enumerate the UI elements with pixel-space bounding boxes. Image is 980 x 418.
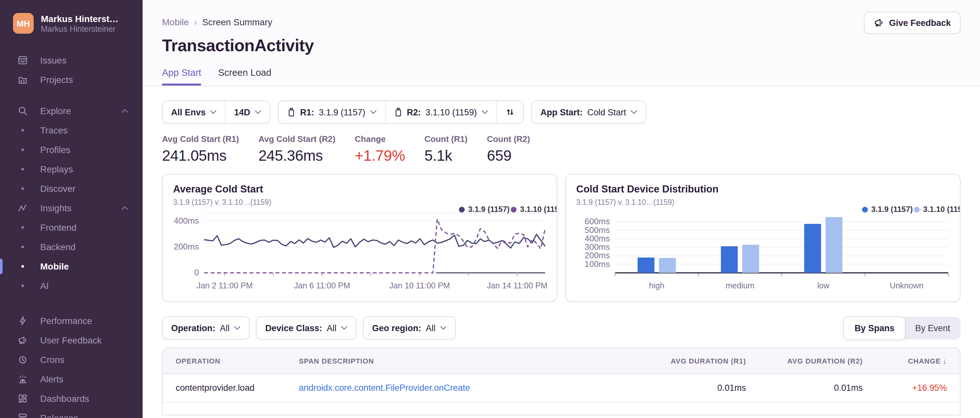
svg-text:medium: medium <box>725 281 754 290</box>
release-icon <box>394 108 402 117</box>
stats-row: Avg Cold Start (R1) 241.05ms Avg Cold St… <box>162 134 961 165</box>
by-event-toggle[interactable]: By Event <box>905 316 961 339</box>
chevron-up-icon[interactable] <box>121 108 128 113</box>
chart-title: Cold Start Device Distribution <box>576 183 950 195</box>
bullet-icon <box>17 261 28 272</box>
device-class-filter[interactable]: Device Class: All <box>257 317 356 339</box>
sidebar-item-backend[interactable]: Backend <box>0 237 143 257</box>
environment-filter[interactable]: All Envs <box>163 101 225 123</box>
table-filter-bar: Operation: All Device Class: All Geo reg… <box>162 316 961 340</box>
date-range-label: 14D <box>234 107 250 117</box>
view-toggle: By Spans By Event <box>844 316 961 339</box>
sidebar-item-profiles[interactable]: Profiles <box>0 140 143 159</box>
legend-item[interactable]: 3.1.9 (1157) <box>459 205 509 214</box>
geo-region-filter[interactable]: Geo region: All <box>364 317 455 339</box>
sidebar-item-mobile[interactable]: Mobile <box>0 257 143 276</box>
bar-legend: 3.1.9 (1157)3.1.10 (1159) <box>862 205 961 214</box>
org-switcher[interactable]: MH Markus Hinterst… Markus Hintersteiner <box>0 13 143 34</box>
sidebar-item-issues[interactable]: Issues <box>0 51 143 70</box>
svg-text:low: low <box>817 281 830 290</box>
chevron-down-icon <box>255 110 261 114</box>
stat-count-r2: Count (R2) 659 <box>487 134 530 165</box>
bullet-icon <box>17 144 28 155</box>
sidebar-item-explore[interactable]: Explore <box>0 101 143 121</box>
megaphone-icon <box>873 17 884 28</box>
by-spans-toggle[interactable]: By Spans <box>843 316 905 340</box>
legend-dot-icon <box>459 207 465 212</box>
sidebar: MH Markus Hinterst… Markus Hintersteiner… <box>0 0 143 418</box>
tabs: App Start Screen Load <box>162 67 961 86</box>
chevron-up-icon[interactable] <box>121 206 128 210</box>
release1-prefix: R1: <box>300 107 314 117</box>
date-range-filter[interactable]: 14D <box>225 101 270 123</box>
sidebar-item-label: Explore <box>40 106 71 116</box>
megaphone-icon <box>17 335 28 346</box>
releases-icon <box>17 413 28 418</box>
sidebar-item-projects[interactable]: Projects <box>0 70 143 89</box>
legend-item[interactable]: 3.1.10 (1159) <box>511 205 557 214</box>
swap-releases-button[interactable] <box>496 101 523 123</box>
operation-filter[interactable]: Operation: All <box>163 317 249 339</box>
bullet-icon <box>17 280 28 291</box>
sidebar-item-label: Replays <box>40 164 73 174</box>
main-content: Mobile › Screen Summary TransactionActiv… <box>143 0 980 418</box>
sidebar-item-dashboards[interactable]: Dashboards <box>0 389 143 408</box>
sidebar-item-label: Dashboards <box>40 393 89 404</box>
sidebar-item-label: Alerts <box>40 374 64 384</box>
device-class-filter-group: Device Class: All <box>256 316 357 340</box>
cell-avg-r1: 0.01ms <box>649 383 759 393</box>
sidebar-item-frontend[interactable]: Frontend <box>0 218 143 237</box>
chevron-down-icon <box>481 110 488 114</box>
sidebar-item-traces[interactable]: Traces <box>0 121 143 140</box>
lightning-icon <box>17 315 28 326</box>
sidebar-item-discover[interactable]: Discover <box>0 179 143 198</box>
bullet-icon <box>17 164 28 175</box>
tab-screen-load[interactable]: Screen Load <box>218 67 271 86</box>
breadcrumb-mobile[interactable]: Mobile <box>162 17 189 27</box>
device-distribution-chart: 600ms500ms400ms300ms200ms100mshighmedium… <box>576 208 951 292</box>
sidebar-item-label: Backend <box>40 242 75 252</box>
table-row: contentprovider.load androidx.core.conte… <box>163 374 960 402</box>
legend-item[interactable]: 3.1.10 (1159) <box>914 205 961 214</box>
sidebar-item-insights[interactable]: Insights <box>0 198 143 218</box>
sidebar-item-performance[interactable]: Performance <box>0 311 143 331</box>
sidebar-item-crons[interactable]: Crons <box>0 350 143 369</box>
sidebar-item-label: Traces <box>40 125 68 135</box>
screen-summary-page: MH Markus Hinterst… Markus Hintersteiner… <box>0 0 980 418</box>
col-avg-duration-r1: AVG DURATION (R1) <box>649 357 759 364</box>
line-legend: 3.1.9 (1157)3.1.10 (1159) <box>459 205 557 214</box>
sidebar-item-alerts[interactable]: Alerts <box>0 369 143 389</box>
charts-row: Average Cold Start 3.1.9 (1157) v. 3.1.1… <box>162 174 961 302</box>
sidebar-item-label: Releases <box>40 413 78 418</box>
give-feedback-button[interactable]: Give Feedback <box>864 12 961 34</box>
release1-selector[interactable]: R1: 3.1.9 (1157) <box>279 101 385 123</box>
svg-text:100ms: 100ms <box>585 259 610 269</box>
sidebar-item-user-feedback[interactable]: User Feedback <box>0 331 143 350</box>
sort-desc-icon: ↓ <box>943 356 947 365</box>
page-header: Mobile › Screen Summary TransactionActiv… <box>143 0 980 86</box>
legend-item[interactable]: 3.1.9 (1157) <box>862 205 913 214</box>
app-start-type-filter[interactable]: App Start: Cold Start <box>532 101 646 123</box>
release2-selector[interactable]: R2: 3.1.10 (1159) <box>385 101 496 123</box>
bullet-icon <box>17 242 28 253</box>
sidebar-item-replays[interactable]: Replays <box>0 159 143 179</box>
sidebar-item-label: Projects <box>40 75 73 85</box>
tab-app-start[interactable]: App Start <box>162 67 201 86</box>
cell-avg-r2: 0.01ms <box>759 383 876 393</box>
issues-icon <box>17 55 28 66</box>
operation-filter-group: Operation: All <box>162 316 250 340</box>
chevron-down-icon <box>341 326 347 330</box>
breadcrumb: Mobile › Screen Summary <box>162 17 961 27</box>
svg-text:0: 0 <box>194 268 199 277</box>
col-operation: OPERATION <box>163 357 286 364</box>
swap-arrows-icon <box>505 108 514 117</box>
chevron-down-icon <box>370 110 376 114</box>
sidebar-item-releases[interactable]: Releases <box>0 408 143 418</box>
col-change-sort[interactable]: CHANGE↓ <box>876 356 960 365</box>
cell-span-description-link[interactable]: androidx.core.content.FileProvider.onCre… <box>286 383 649 393</box>
avg-cold-start-chart: 400ms200ms0Jan 2 11:00 PMJan 6 11:00 PMJ… <box>173 208 548 292</box>
sidebar-item-ai[interactable]: AI <box>0 276 143 296</box>
cell-operation: contentprovider.load <box>163 383 286 393</box>
projects-icon <box>17 74 28 85</box>
search-icon <box>17 105 28 116</box>
